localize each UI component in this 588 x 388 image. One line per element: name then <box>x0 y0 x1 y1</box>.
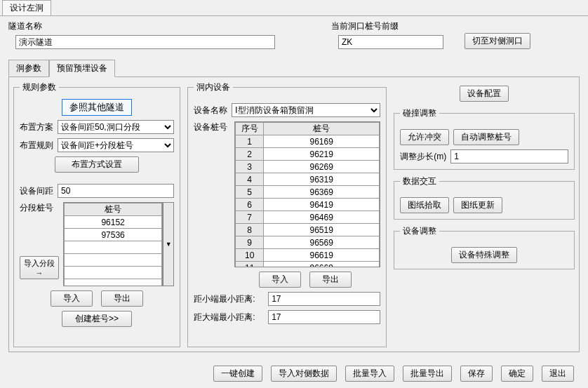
import-segment-button[interactable]: 导入分段→ <box>20 256 59 279</box>
dev-row-seq[interactable]: 7 <box>236 211 264 224</box>
device-stake-label: 设备桩号 <box>194 121 230 133</box>
rule-params-group: 规则参数 参照其他隧道 布置方案 设备间距50,洞口分段 布置规则 设备间距+分… <box>13 81 180 347</box>
dev-col-stake: 桩号 <box>264 123 380 135</box>
step-input[interactable] <box>450 149 568 163</box>
rule-params-legend: 规则参数 <box>20 81 59 93</box>
seg-row[interactable] <box>65 254 162 267</box>
dev-row-seq[interactable]: 8 <box>236 224 264 236</box>
dev-row-seq[interactable]: 3 <box>236 161 264 173</box>
seg-col-header: 桩号 <box>65 203 162 216</box>
dev-row-stake[interactable]: 96569 <box>264 236 380 249</box>
dev-row-seq[interactable]: 4 <box>236 173 264 186</box>
device-adjust-group: 设备调整 设备特殊调整 <box>394 225 575 269</box>
device-in-hole-group: 洞内设备 设备名称 Ⅰ型消防设备箱预留洞 设备桩号 序号 桩号 <box>187 81 387 347</box>
device-export-button[interactable]: 导出 <box>309 272 352 288</box>
one-key-create-button[interactable]: 一键创建 <box>213 366 262 382</box>
dev-row-stake[interactable]: 96669 <box>264 262 380 268</box>
main-window: 隧道名称 当前洞口桩号前缀 切至对侧洞口 洞参数预留预埋设备 规则参数 参照其他… <box>0 15 588 387</box>
dev-row-seq[interactable]: 9 <box>236 236 264 249</box>
dev-row-seq[interactable]: 2 <box>236 148 264 161</box>
seg-row[interactable]: 97536 <box>65 229 162 241</box>
dev-row-stake[interactable]: 96619 <box>264 249 380 262</box>
ok-button[interactable]: 确定 <box>501 366 533 382</box>
save-button[interactable]: 保存 <box>460 366 493 382</box>
device-table[interactable]: 序号 桩号 1961692962193962694963195963696964… <box>235 122 380 267</box>
device-adjust-legend: 设备调整 <box>400 225 439 237</box>
device-special-adjust-button[interactable]: 设备特殊调整 <box>451 247 517 263</box>
prefix-input[interactable] <box>338 35 443 49</box>
plan-select[interactable]: 设备间距50,洞口分段 <box>58 120 174 134</box>
device-name-select[interactable]: Ⅰ型消防设备箱预留洞 <box>232 103 380 117</box>
dev-row-stake[interactable]: 96369 <box>264 186 380 199</box>
allow-conflict-button[interactable]: 允许冲突 <box>400 129 449 145</box>
right-panel: 设备配置 碰撞调整 允许冲突 自动调整桩号 调整步长(m) 数据交互 <box>394 81 575 347</box>
dev-row-seq[interactable]: 1 <box>236 135 264 148</box>
dev-row-seq[interactable]: 10 <box>236 249 264 262</box>
dev-row-seq[interactable]: 11 <box>236 262 264 268</box>
dev-col-seq: 序号 <box>236 123 264 135</box>
seg-export-button[interactable]: 导出 <box>101 290 143 307</box>
segment-table[interactable]: 桩号 96152 97536 <box>64 203 162 286</box>
dev-row-stake[interactable]: 96519 <box>264 224 380 236</box>
seg-row[interactable] <box>65 267 162 279</box>
batch-import-button[interactable]: 批量导入 <box>345 366 394 382</box>
collision-group: 碰撞调整 允许冲突 自动调整桩号 调整步长(m) <box>394 107 575 170</box>
seg-scroll-down-icon[interactable]: ▼ <box>163 202 174 286</box>
seg-stake-label: 分段桩号 <box>20 202 59 214</box>
import-opposite-button[interactable]: 导入对侧数据 <box>271 366 337 382</box>
device-import-button[interactable]: 导入 <box>259 272 301 288</box>
tunnel-name-label: 隧道名称 <box>8 20 275 32</box>
rule-select[interactable]: 设备间距+分段桩号 <box>58 138 174 152</box>
seg-import-button[interactable]: 导入 <box>51 290 93 307</box>
auto-adjust-button[interactable]: 自动调整桩号 <box>453 129 519 145</box>
device-name-label: 设备名称 <box>194 105 227 116</box>
batch-export-button[interactable]: 批量导出 <box>403 366 452 382</box>
window-title-tab: 设计左洞 <box>2 0 51 15</box>
switch-side-button[interactable]: 切至对侧洞口 <box>465 33 530 49</box>
tab-reserved-device[interactable]: 预留预埋设备 <box>49 60 115 77</box>
dev-row-stake[interactable]: 96469 <box>264 211 380 224</box>
dev-row-seq[interactable]: 6 <box>236 199 264 211</box>
dev-row-seq[interactable]: 5 <box>236 186 264 199</box>
create-stake-button[interactable]: 创建桩号>> <box>62 311 132 327</box>
seg-row[interactable]: 96152 <box>65 216 162 229</box>
plan-label: 布置方案 <box>20 121 53 133</box>
min-small-label: 距小端最小距离: <box>194 293 264 305</box>
min-big-label: 距大端最小距离: <box>194 312 264 323</box>
dev-row-stake[interactable]: 96319 <box>264 173 380 186</box>
data-exchange-group: 数据交互 图纸拾取 图纸更新 <box>394 175 575 220</box>
drawing-pick-button[interactable]: 图纸拾取 <box>400 197 449 213</box>
prefix-label: 当前洞口桩号前缀 <box>331 20 443 32</box>
spacing-label: 设备间距 <box>20 185 53 197</box>
ref-other-tunnel-button[interactable]: 参照其他隧道 <box>62 99 132 116</box>
step-label: 调整步长(m) <box>400 151 446 163</box>
tab-body: 规则参数 参照其他隧道 布置方案 设备间距50,洞口分段 布置规则 设备间距+分… <box>8 76 580 352</box>
dev-row-stake[interactable]: 96169 <box>264 135 380 148</box>
dev-row-stake[interactable]: 96219 <box>264 148 380 161</box>
device-in-hole-legend: 洞内设备 <box>194 81 233 93</box>
dev-row-stake[interactable]: 96269 <box>264 161 380 173</box>
min-big-input[interactable] <box>268 310 380 324</box>
layout-mode-button[interactable]: 布置方式设置 <box>55 156 139 173</box>
device-config-button[interactable]: 设备配置 <box>460 86 509 102</box>
tab-hole-params[interactable]: 洞参数 <box>8 60 49 77</box>
bottom-bar: 一键创建 导入对侧数据 批量导入 批量导出 保存 确定 退出 <box>0 366 588 382</box>
exit-button[interactable]: 退出 <box>542 366 574 382</box>
collision-legend: 碰撞调整 <box>400 107 439 119</box>
tunnel-name-input[interactable] <box>15 35 275 49</box>
rule-label: 布置规则 <box>20 140 53 152</box>
data-exchange-legend: 数据交互 <box>400 175 439 187</box>
seg-row[interactable] <box>65 241 162 254</box>
drawing-update-button[interactable]: 图纸更新 <box>453 197 502 213</box>
min-small-input[interactable] <box>268 292 380 306</box>
seg-row[interactable] <box>65 279 162 287</box>
spacing-input[interactable] <box>58 184 174 198</box>
dev-row-stake[interactable]: 96419 <box>264 199 380 211</box>
